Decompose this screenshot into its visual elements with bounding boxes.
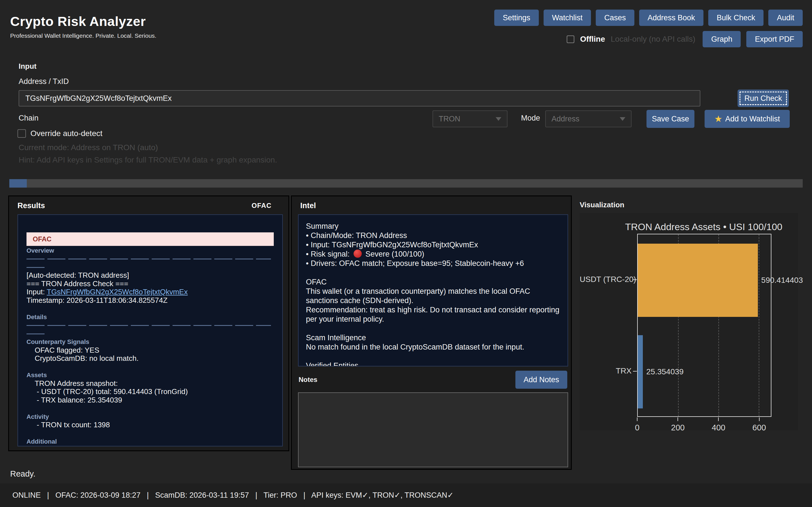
progress-fill [9, 179, 27, 187]
settings-button[interactable]: Settings [494, 10, 539, 26]
bar-TRX [638, 335, 643, 408]
progress-bar [9, 179, 803, 187]
app-subtitle: Professional Wallet Intelligence. Privat… [10, 33, 156, 39]
y-axis-label: TRX [580, 367, 631, 376]
results-output[interactable]: OFACOverview[Auto-detected: TRON address… [17, 214, 283, 446]
output-line: • Input: TGsNFrgWfbGN2gX25Wcf8oTejtxtQkv… [306, 240, 560, 249]
mode-select[interactable]: Address [545, 110, 631, 127]
add-to-watchlist-button[interactable]: ★ Add to Watchlist [705, 110, 790, 128]
section-header: Assets [27, 371, 274, 379]
x-tick-mark [759, 417, 760, 421]
graph-button[interactable]: Graph [703, 31, 741, 47]
input-address-link[interactable]: TGsNFrgWfbGN2gX25Wcf8oTejtxtQkvmEx [47, 288, 188, 296]
output-line: • Risk signal: Severe (100/100) [306, 249, 560, 259]
assets-bar-chart: TRON Address Assets • USI 100/100 590.41… [580, 213, 798, 431]
output-line: OFAC flagged: YES [27, 346, 274, 355]
output-line [27, 363, 274, 371]
output-line [306, 324, 560, 333]
output-line [27, 263, 274, 272]
output-line: Recommendation: treat as high risk. Do n… [306, 305, 560, 324]
chain-select[interactable]: TRON [433, 110, 507, 127]
output-line: This wallet (or a transaction counterpar… [306, 287, 560, 305]
intel-output[interactable]: Summary• Chain/Mode: TRON Address• Input… [298, 214, 568, 367]
output-line: Address Book: no local match. [27, 446, 274, 447]
output-line [27, 321, 274, 330]
output-line: - USDT (TRC-20) total: 590.414403 (TronG… [27, 388, 274, 396]
section-header: Overview [27, 246, 274, 255]
add-to-watchlist-label: Add to Watchlist [725, 115, 780, 123]
add-notes-button[interactable]: Add Notes [515, 371, 567, 389]
offline-checkbox[interactable] [567, 36, 574, 43]
star-icon: ★ [714, 114, 723, 123]
input-section-label: Input [18, 62, 37, 71]
chart-title: TRON Address Assets • USI 100/100 [625, 221, 783, 232]
address-txid-label: Address / TxID [18, 77, 69, 86]
mode-select-value: Address [552, 115, 579, 123]
notes-textarea[interactable] [298, 392, 568, 467]
output-line: Summary [306, 222, 560, 231]
audit-button[interactable]: Audit [768, 10, 803, 26]
output-line: CryptoScamDB: no local match. [27, 354, 274, 363]
chevron-down-icon [620, 117, 625, 121]
intel-panel-title: Intel [300, 202, 316, 210]
chain-select-value: TRON [439, 115, 460, 123]
x-tick-mark [637, 417, 638, 421]
offline-note: Local-only (no API calls) [611, 35, 695, 44]
visualization-title: Visualization [580, 201, 624, 209]
override-auto-detect-label: Override auto-detect [31, 129, 102, 138]
export-pdf-button[interactable]: Export PDF [746, 31, 803, 47]
chevron-down-icon [496, 117, 501, 121]
offline-label: Offline [580, 35, 605, 44]
output-line [27, 224, 274, 232]
output-line: === TRON Address Check === [27, 280, 274, 288]
run-check-button[interactable]: Run Check [738, 90, 789, 107]
current-mode-text: Current mode: Address on TRON (auto) [18, 143, 158, 152]
section-header: Additional [27, 438, 274, 446]
intel-panel: Intel Summary• Chain/Mode: TRON Address•… [291, 195, 572, 470]
gridline [759, 234, 759, 416]
override-auto-detect-checkbox[interactable] [17, 129, 26, 138]
output-line: - TRON tx count: 1398 [27, 421, 274, 429]
x-tick-label: 200 [661, 423, 695, 432]
x-tick-mark [718, 417, 719, 421]
section-header: Counterparty Signals [27, 338, 274, 346]
mode-label: Mode [521, 114, 540, 122]
red-circle-icon [354, 249, 362, 258]
x-tick-label: 0 [620, 423, 654, 432]
output-line: [Auto-detected: TRON address] [27, 271, 274, 280]
status-bar: ONLINE | OFAC: 2026-03-09 18:27 | ScamDB… [12, 491, 454, 500]
output-line: • Chain/Mode: TRON Address [306, 231, 560, 240]
output-line: OFAC [306, 277, 560, 287]
output-line: Verified Entities [306, 361, 560, 367]
x-tick-label: 600 [742, 423, 776, 432]
y-tick-mark [633, 371, 637, 372]
bar-value-label: 590.414403 [761, 276, 803, 285]
output-line: - TRX balance: 25.354039 [27, 396, 274, 404]
section-header: Details [27, 313, 274, 321]
address-book-button[interactable]: Address Book [639, 10, 703, 26]
bulk-check-button[interactable]: Bulk Check [708, 10, 764, 26]
output-line: • Drivers: OFAC match; Exposure base=95;… [306, 259, 560, 268]
watchlist-button[interactable]: Watchlist [544, 10, 591, 26]
output-line: Input: TGsNFrgWfbGN2gX25Wcf8oTejtxtQkvmE… [27, 288, 274, 296]
section-header: Activity [27, 413, 274, 421]
save-case-button[interactable]: Save Case [647, 110, 695, 128]
x-tick-mark [677, 417, 678, 421]
ofac-badge: OFAC [252, 202, 271, 210]
ofac-alert-banner: OFAC [27, 232, 274, 246]
results-panel-title: Results [17, 202, 45, 210]
secondary-nav: Offline Local-only (no API calls) Graph … [567, 31, 803, 47]
results-panel: Results OFAC OFACOverview[Auto-detected:… [8, 195, 289, 451]
output-line: TRON Address snapshot: [27, 379, 274, 388]
y-tick-mark [633, 279, 637, 280]
cases-button[interactable]: Cases [596, 10, 635, 26]
bar-value-label: 25.354039 [646, 367, 683, 376]
address-input[interactable] [18, 90, 700, 107]
output-line: No match found in the local CryptoScamDB… [306, 342, 560, 352]
output-line [27, 255, 274, 263]
bar-USDT (TRC-20) [638, 244, 758, 317]
hint-text: Hint: Add API keys in Settings for full … [18, 156, 277, 165]
chain-label: Chain [18, 114, 39, 122]
output-line: Timestamp: 2026-03-11T18:06:34.825574Z [27, 296, 274, 305]
ready-status-text: Ready. [10, 469, 36, 478]
